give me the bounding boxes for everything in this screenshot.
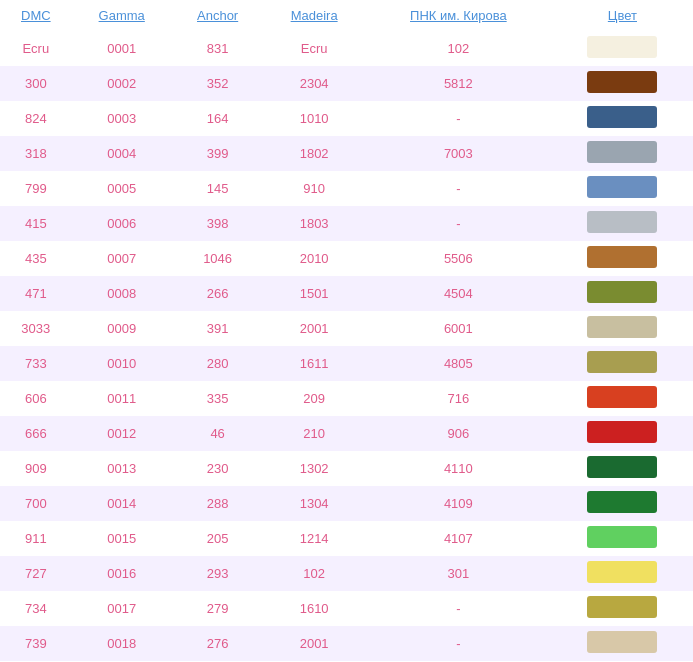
- table-cell: 4109: [365, 486, 552, 521]
- table-cell: 0001: [72, 31, 172, 66]
- table-cell: 1010: [263, 101, 364, 136]
- anchor-header[interactable]: Anchor: [172, 0, 264, 31]
- table-row: Ecru0001831Ecru102: [0, 31, 693, 66]
- table-row: 7990005145910-: [0, 171, 693, 206]
- table-row: 73400172791610-: [0, 591, 693, 626]
- table-row: 82400031641010-: [0, 101, 693, 136]
- table-cell: 831: [172, 31, 264, 66]
- table-cell: 906: [365, 416, 552, 451]
- color-swatch-cell: [552, 311, 693, 346]
- madeira-header[interactable]: Madeira: [263, 0, 364, 31]
- table-cell: 1501: [263, 276, 364, 311]
- color-swatch: [587, 316, 657, 338]
- table-cell: 0005: [72, 171, 172, 206]
- color-swatch: [587, 36, 657, 58]
- table-header: DMC Gamma Anchor Madeira ПНК им. Кирова …: [0, 0, 693, 31]
- color-swatch: [587, 596, 657, 618]
- table-cell: 4805: [365, 346, 552, 381]
- color-swatch-cell: [552, 416, 693, 451]
- table-cell: Ecru: [263, 31, 364, 66]
- table-row: 666001246210906: [0, 416, 693, 451]
- color-swatch: [587, 106, 657, 128]
- table-cell: 716: [365, 381, 552, 416]
- color-swatch: [587, 526, 657, 548]
- table-cell: 7003: [365, 136, 552, 171]
- color-swatch-cell: [552, 346, 693, 381]
- table-cell: 335: [172, 381, 264, 416]
- color-swatch: [587, 351, 657, 373]
- table-cell: 733: [0, 346, 72, 381]
- table-cell: 2001: [263, 311, 364, 346]
- table-cell: 910: [263, 171, 364, 206]
- table-cell: 205: [172, 521, 264, 556]
- table-cell: 727: [0, 556, 72, 591]
- table-row: 73900182762001-: [0, 626, 693, 661]
- dmc-header[interactable]: DMC: [0, 0, 72, 31]
- table-cell: 0006: [72, 206, 172, 241]
- table-cell: 606: [0, 381, 72, 416]
- color-header[interactable]: Цвет: [552, 0, 693, 31]
- color-swatch-cell: [552, 136, 693, 171]
- table-cell: 279: [172, 591, 264, 626]
- color-swatch: [587, 386, 657, 408]
- table-row: 471000826615014504: [0, 276, 693, 311]
- table-cell: -: [365, 591, 552, 626]
- table-cell: 4107: [365, 521, 552, 556]
- table-cell: 352: [172, 66, 264, 101]
- table-cell: 0010: [72, 346, 172, 381]
- table-cell: 0013: [72, 451, 172, 486]
- pnk-header[interactable]: ПНК им. Кирова: [365, 0, 552, 31]
- table-cell: 1802: [263, 136, 364, 171]
- table-row: 318000439918027003: [0, 136, 693, 171]
- table-row: 909001323013024110: [0, 451, 693, 486]
- table-row: 700001428813044109: [0, 486, 693, 521]
- table-cell: 435: [0, 241, 72, 276]
- table-cell: 1803: [263, 206, 364, 241]
- color-swatch-cell: [552, 241, 693, 276]
- table-cell: 1610: [263, 591, 364, 626]
- color-swatch: [587, 561, 657, 583]
- table-cell: 0018: [72, 626, 172, 661]
- table-cell: 734: [0, 591, 72, 626]
- table-cell: 415: [0, 206, 72, 241]
- table-cell: 210: [263, 416, 364, 451]
- table-cell: 0014: [72, 486, 172, 521]
- table-cell: 280: [172, 346, 264, 381]
- color-swatch-cell: [552, 486, 693, 521]
- table-cell: 300: [0, 66, 72, 101]
- table-row: 3033000939120016001: [0, 311, 693, 346]
- color-swatch: [587, 211, 657, 233]
- color-table: DMC Gamma Anchor Madeira ПНК им. Кирова …: [0, 0, 693, 662]
- table-cell: 1304: [263, 486, 364, 521]
- color-swatch-cell: [552, 66, 693, 101]
- table-cell: 0015: [72, 521, 172, 556]
- gamma-header[interactable]: Gamma: [72, 0, 172, 31]
- table-cell: 0002: [72, 66, 172, 101]
- table-cell: 1214: [263, 521, 364, 556]
- table-cell: 4110: [365, 451, 552, 486]
- table-cell: -: [365, 101, 552, 136]
- table-cell: 2304: [263, 66, 364, 101]
- color-swatch-cell: [552, 171, 693, 206]
- color-swatch: [587, 246, 657, 268]
- table-cell: 0011: [72, 381, 172, 416]
- table-cell: 666: [0, 416, 72, 451]
- table-cell: 909: [0, 451, 72, 486]
- table-cell: 799: [0, 171, 72, 206]
- table-cell: 276: [172, 626, 264, 661]
- table-cell: 301: [365, 556, 552, 591]
- table-cell: -: [365, 171, 552, 206]
- table-cell: 2001: [263, 626, 364, 661]
- color-swatch: [587, 421, 657, 443]
- table-cell: -: [365, 626, 552, 661]
- table-cell: 2010: [263, 241, 364, 276]
- table-cell: 1302: [263, 451, 364, 486]
- table-cell: 398: [172, 206, 264, 241]
- table-cell: 145: [172, 171, 264, 206]
- table-cell: 102: [365, 31, 552, 66]
- table-cell: 0008: [72, 276, 172, 311]
- table-cell: 102: [263, 556, 364, 591]
- table-cell: 1046: [172, 241, 264, 276]
- table-cell: 4504: [365, 276, 552, 311]
- table-cell: 164: [172, 101, 264, 136]
